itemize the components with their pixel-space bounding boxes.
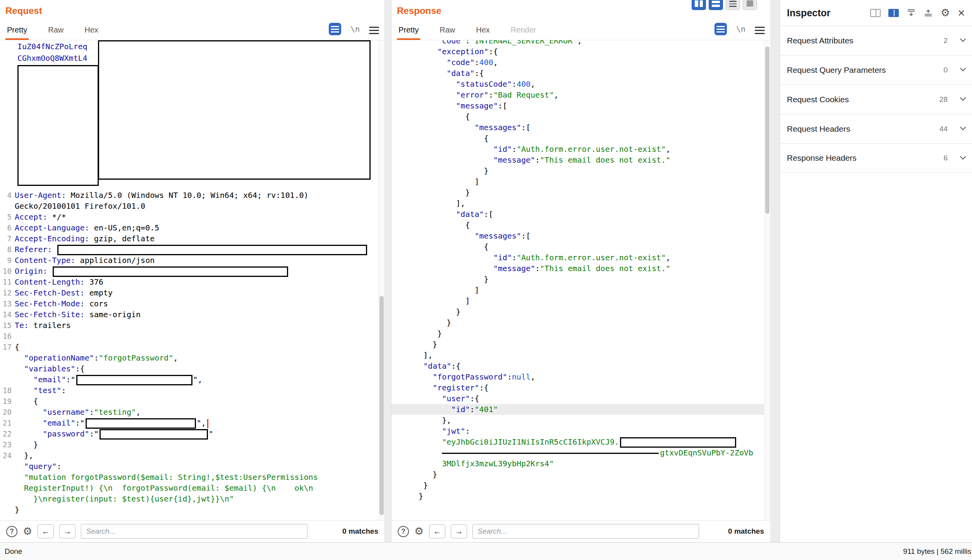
code-line[interactable]: "statusCode":400, xyxy=(392,79,764,89)
layout-single-icon[interactable] xyxy=(743,0,757,10)
code-line[interactable]: "email":"", xyxy=(0,374,378,385)
panel-splitter[interactable] xyxy=(385,0,392,542)
chevron-down-icon[interactable] xyxy=(960,65,966,72)
inspector-close-icon[interactable]: × xyxy=(958,7,965,19)
search-settings-gear-icon[interactable]: ⚙ xyxy=(414,526,424,537)
code-line[interactable]: "mutation forgotPassword($email: String!… xyxy=(0,472,378,483)
code-line[interactable]: ], xyxy=(392,198,764,209)
chevron-down-icon[interactable] xyxy=(960,95,966,101)
code-line[interactable]: "exception":{ xyxy=(392,46,764,57)
chevron-down-icon[interactable] xyxy=(960,153,966,160)
code-line[interactable]: "data":{ xyxy=(392,68,764,79)
code-line[interactable]: "id":"Auth.form.error.user.not-exist", xyxy=(392,252,764,263)
inspector-section-request-query-parameters[interactable]: Request Query Parameters0 xyxy=(780,55,972,84)
code-line[interactable]: { xyxy=(392,220,764,230)
pane-split-icon[interactable] xyxy=(888,9,899,17)
layout-list-icon[interactable] xyxy=(726,0,740,10)
inspector-section-request-cookies[interactable]: Request Cookies28 xyxy=(780,84,972,114)
collapse-all-icon[interactable] xyxy=(907,9,916,17)
code-line[interactable]: } xyxy=(392,480,764,491)
inspector-section-request-attributes[interactable]: Request Attributes2 xyxy=(780,26,972,55)
code-line[interactable]: } xyxy=(392,306,764,317)
code-line[interactable]: 12Sec-Fetch-Dest: empty xyxy=(0,287,378,298)
code-line[interactable]: 17{ xyxy=(0,342,378,352)
code-line[interactable]: } xyxy=(392,187,764,198)
search-settings-gear-icon[interactable]: ⚙ xyxy=(23,526,32,537)
code-line[interactable]: gtxvDEqnSVuPbY-2ZoVb xyxy=(392,447,764,458)
code-line[interactable]: 18 "test": xyxy=(0,385,378,396)
response-search-input[interactable] xyxy=(472,524,699,539)
show-newlines-toggle[interactable]: \n xyxy=(350,24,360,34)
code-line[interactable]: "message":"This email does not exist." xyxy=(392,155,764,165)
code-line[interactable]: } xyxy=(392,317,764,328)
help-icon[interactable]: ? xyxy=(6,526,17,537)
inspector-splitter[interactable] xyxy=(770,0,780,542)
code-line[interactable]: ], xyxy=(392,350,764,361)
code-line[interactable]: "data":{ xyxy=(392,361,764,371)
expand-all-icon[interactable] xyxy=(924,9,933,17)
code-line[interactable]: 3MDlfjx3mzwL39ybHp2Krs4" xyxy=(392,458,764,469)
code-line[interactable]: 6Accept-Language: en-US,en;q=0.5 xyxy=(0,222,378,233)
code-line[interactable]: 8Referer: xyxy=(0,244,378,255)
inspector-settings-gear-icon[interactable]: ⚙ xyxy=(941,8,950,18)
request-tab-raw[interactable]: Raw xyxy=(46,26,65,40)
chevron-down-icon[interactable] xyxy=(960,124,966,131)
code-line[interactable]: RegisterInput!) {\n forgotPassword(email… xyxy=(0,483,378,493)
response-tab-raw[interactable]: Raw xyxy=(438,26,457,40)
code-line[interactable]: "message":[ xyxy=(392,100,764,111)
code-line[interactable]: "error":"Bad Request", xyxy=(392,89,764,100)
code-line[interactable]: 19 { xyxy=(0,396,378,407)
code-line[interactable]: { xyxy=(392,241,764,252)
pane-outline-icon[interactable] xyxy=(870,9,881,17)
code-line[interactable]: 7Accept-Encoding: gzip, deflate xyxy=(0,233,378,244)
code-line[interactable]: "user":{ xyxy=(392,393,764,404)
chevron-down-icon[interactable] xyxy=(960,36,966,42)
menu-icon[interactable] xyxy=(755,24,765,34)
request-tab-hex[interactable]: Hex xyxy=(83,26,100,40)
code-line[interactable]: 22 "password":"" xyxy=(0,428,378,439)
inspector-section-response-headers[interactable]: Response Headers6 xyxy=(780,143,972,173)
help-icon[interactable]: ? xyxy=(398,526,409,537)
code-line[interactable]: 9Content-Type: application/json xyxy=(0,255,378,266)
code-line[interactable]: } xyxy=(392,165,764,176)
code-line[interactable]: 24 }, xyxy=(0,450,378,461)
response-tab-pretty[interactable]: Pretty xyxy=(397,26,420,40)
previous-match-button[interactable]: ← xyxy=(38,524,54,538)
response-scrollbar[interactable] xyxy=(764,40,770,520)
code-line[interactable]: "eyJhbGci0iJIUzI1NiIsInR5cCI6IkpXVCJ9. xyxy=(392,436,764,447)
response-tab-hex[interactable]: Hex xyxy=(474,26,491,40)
request-editor[interactable]: IuZ04fNcZPoLreqCGhxmOoQ8WXmtL44User-Agen… xyxy=(0,40,385,520)
code-line[interactable]: 14Sec-Fetch-Site: same-origin xyxy=(0,309,378,320)
code-line[interactable]: 13Sec-Fetch-Mode: cors xyxy=(0,298,378,309)
code-line[interactable]: 15Te: trailers xyxy=(0,320,378,331)
code-line[interactable]: 20 "username":"testing", xyxy=(0,407,378,417)
code-line[interactable]: } xyxy=(392,328,764,339)
word-wrap-icon[interactable] xyxy=(714,23,727,35)
code-line[interactable]: } xyxy=(392,469,764,480)
code-line[interactable]: }\nregister(input: $test){user{id},jwt}}… xyxy=(0,493,378,504)
next-match-button[interactable]: → xyxy=(451,524,467,538)
code-line[interactable]: Gecko/20100101 Firefox/101.0 xyxy=(0,201,378,211)
request-tab-pretty[interactable]: Pretty xyxy=(5,26,29,40)
code-line[interactable]: ] xyxy=(392,176,764,187)
code-line[interactable]: }, xyxy=(392,415,764,426)
code-line[interactable]: 16 xyxy=(0,331,378,342)
show-newlines-toggle[interactable]: \n xyxy=(736,24,745,34)
request-scrollbar-thumb[interactable] xyxy=(380,296,384,515)
response-viewer[interactable]: "code":"INTERNAL_SERVER_ERROR", "excepti… xyxy=(392,40,770,520)
menu-icon[interactable] xyxy=(369,24,379,34)
code-line[interactable]: "message":"This email does not exist." xyxy=(392,263,764,274)
code-line[interactable]: } xyxy=(392,339,764,350)
request-search-input[interactable] xyxy=(81,524,307,539)
code-line[interactable]: "query": xyxy=(0,461,378,472)
code-line[interactable]: "code":400, xyxy=(392,57,764,68)
code-line[interactable]: "code":"INTERNAL_SERVER_ERROR", xyxy=(392,40,764,46)
highlighted-code-line[interactable]: "id":"401" xyxy=(392,404,764,415)
code-line[interactable]: ] xyxy=(392,285,764,295)
code-line[interactable]: "operationName":"forgotPassword", xyxy=(0,352,378,363)
code-line[interactable]: 23 } xyxy=(0,439,378,450)
code-line[interactable]: { xyxy=(392,111,764,122)
code-line[interactable]: 21 "email":"", xyxy=(0,417,378,428)
layout-rows-icon[interactable] xyxy=(709,0,723,10)
code-line[interactable]: "register":{ xyxy=(392,382,764,393)
